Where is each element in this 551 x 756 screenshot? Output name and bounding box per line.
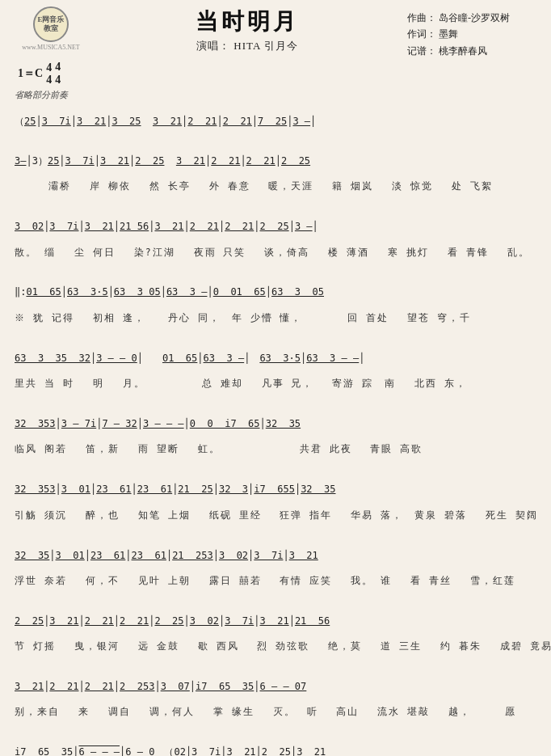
logo-text: E网音乐教室 [37,15,64,33]
transcriber-label: 记谱： [407,45,436,57]
score-line-15: 32 35│3 01│23 61│23 61│21 253│3 02│3 7i│… [15,549,536,562]
score-line-17: 2 25│3 21│2 21│2 21│2 25│3 02│3 7i│3 21│… [15,615,536,627]
omit-label: 省略部分前奏 [15,89,536,101]
lyrics-3: ※ 犹 记得 初相 逢， 丹心 同， 年 少懵 懂， 回 首处 望苍 穹，千 [15,312,536,325]
lyrics-9: 别，来自 来 调自 调，何人 掌 缘生 灭。 听 高山 流水 堪敲 越， 愿 [15,706,536,719]
header: E网音乐教室 www.MUSICA5.NET 当时明月 演唱： HITA 引月今… [15,6,536,59]
performer-label: 演唱： [196,40,230,52]
lyricist-line: 作词： 墨舞 [407,26,536,42]
key-label: 1＝C [18,66,43,81]
main-title: 当时明月 [87,6,407,37]
score-line-13: 32 353│3 01│23 61│23 61│21 25│32 3│i7 65… [15,483,536,496]
composer-label: 作曲： [407,12,436,23]
time-bottom: 4 [46,74,52,86]
meta-right: 作曲： 岛谷瞳-沙罗双树 作词： 墨舞 记谱： 桃李醉春风 [407,6,536,59]
transcriber-line: 记谱： 桃李醉春风 [407,43,536,59]
logo-circle: E网音乐教室 [33,6,69,42]
logo: E网音乐教室 www.MUSICA5.NET [15,6,87,51]
score-line-9: 63 3 35 32│3 — — 0│ 01 65│63 3 —│ 63 3·5… [15,352,536,365]
title-center: 当时明月 演唱： HITA 引月今 [87,6,407,53]
lyrics-7: 浮世 奈若 何，不 见叶 上朝 露日 囍若 有情 应笑 我。 谁 看 青丝 雪，… [15,575,536,588]
lyricist-label: 作词： [407,28,436,40]
time-extra: 44 [53,61,61,87]
lyricist: 墨舞 [439,28,458,40]
score-content: （25│3 7i│3 21│3 25 3 21│2 21│2 21│7 25│3… [15,102,536,756]
score-line-5: 3 02│3 7i│3 21│21 56│3 21│2 21│2 21│2 25… [15,220,536,233]
key-time-row: 1＝C 4 4 44 [18,61,536,87]
transcriber: 桃李醉春风 [439,45,487,57]
page: E网音乐教室 www.MUSICA5.NET 当时明月 演唱： HITA 引月今… [0,0,551,756]
score-block: 省略部分前奏 （25│3 7i│3 21│3 25 3 21│2 21│2 21… [15,89,536,756]
lyrics-5: 临风 阁若 笛，新 雨 望断 虹。 共君 此夜 青眼 高歌 [15,443,536,456]
lyrics-1: 灞桥 岸 柳依 然 长亭 外 春意 暖，天涯 籍 烟岚 淡 惊觉 处 飞絮 [15,180,536,193]
score-line-7: ‖:01 65│63 3·5│63 3 05│63 3 —│0 01 65│63… [15,285,536,298]
lyrics-8: 节 灯摇 曳，银河 远 金鼓 歇 西风 烈 劲弦歌 绝，莫 道 三生 约 暮朱 … [15,640,536,653]
lyrics-2: 散。 缁 尘 何日 染?江湖 夜雨 只笑 谈，倚高 楼 薄酒 寒 挑灯 看 青锋… [15,247,536,260]
score-line-3: 3—│3）25│3 7i│3 21│2 25 3 21│2 21│2 21│2 … [15,154,536,167]
performer: HITA 引月今 [233,40,298,52]
lyrics-4: 里共 当 时 明 月。 总 难却 凡事 兄， 寄游 踪 南 北西 东， [15,378,536,391]
performer-line: 演唱： HITA 引月今 [87,39,407,53]
composer-line: 作曲： 岛谷瞳-沙罗双树 [407,10,536,26]
composer: 岛谷瞳-沙罗双树 [439,12,510,23]
lyrics-6: 引觞 须沉 醉，也 知笔 上烟 纸砚 里经 狂弹 指年 华易 落， 黄泉 碧落 … [15,509,536,522]
logo-sub: www.MUSICA5.NET [22,44,79,51]
score-line-19: 3 21│2 21│2 21│2 253│3 07│i7 65 35│6 — —… [15,680,536,693]
score-line-11: 32 353│3 — 7i│7 — 32│3 — — —│0 0 i7 65│3… [15,417,536,430]
score-line-1: （25│3 7i│3 21│3 25 3 21│2 21│2 21│7 25│3… [15,116,316,127]
time-signature: 4 4 [46,61,52,87]
time-top: 4 [46,61,52,74]
score-line-21: i7 65 35│6 — — —│6 — 0 （02│3 7i│3 21│2 2… [15,745,536,756]
